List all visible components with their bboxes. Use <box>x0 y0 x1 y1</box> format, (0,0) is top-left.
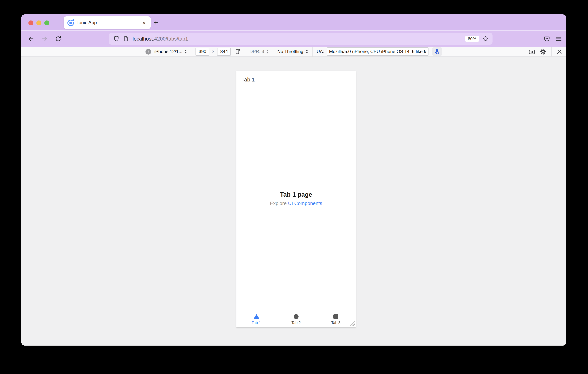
menu-hamburger-icon[interactable] <box>556 36 562 42</box>
tab-label: Tab 3 <box>331 321 341 325</box>
forward-button[interactable] <box>39 33 50 44</box>
dpr-selector[interactable]: DPR: 3 <box>245 47 273 56</box>
select-arrows-icon <box>185 50 187 53</box>
ion-header: Tab 1 <box>236 71 356 88</box>
back-button[interactable] <box>25 33 36 44</box>
tab-label: Tab 2 <box>292 321 301 325</box>
zoom-level-badge[interactable]: 80% <box>465 35 479 42</box>
select-arrows-icon <box>305 50 308 53</box>
square-icon <box>333 314 338 319</box>
rdm-content-area: Tab 1 Tab 1 page Explore UI Components T… <box>21 57 567 346</box>
minimize-window-button[interactable] <box>36 21 41 25</box>
rdm-close-icon[interactable] <box>556 49 562 54</box>
throttling-label: No Throttling <box>277 49 303 54</box>
reload-button[interactable] <box>52 33 64 44</box>
titlebar: Ionic App × + <box>21 14 567 30</box>
ion-toolbar-title: Tab 1 <box>241 76 255 83</box>
triangle-icon <box>253 314 259 319</box>
browser-tab-ionic-app[interactable]: Ionic App × <box>64 16 151 29</box>
url-path: :4200/tabs/tab1 <box>153 36 188 42</box>
tab-button-tab2[interactable]: Tab 2 <box>276 311 316 327</box>
user-agent-controls: UA: <box>312 47 446 56</box>
explore-text: Explore UI Components <box>236 200 356 206</box>
nav-right-icons <box>544 31 567 47</box>
rdm-settings-gear-icon[interactable] <box>540 49 546 55</box>
circle-icon <box>294 314 299 319</box>
url-text: localhost:4200/tabs/tab1 <box>133 36 465 42</box>
explore-prefix: Explore <box>270 200 288 206</box>
close-window-button[interactable] <box>28 21 33 25</box>
ionic-favicon-icon <box>67 20 74 26</box>
pocket-icon[interactable] <box>544 36 550 42</box>
device-selected-label: iPhone 12/1... <box>154 49 182 54</box>
ua-label: UA: <box>316 49 324 54</box>
ion-content: Tab 1 page Explore UI Components <box>236 88 356 311</box>
device-icon <box>146 49 151 54</box>
page-info-icon[interactable] <box>123 36 129 42</box>
ui-components-link[interactable]: UI Components <box>288 200 322 206</box>
url-bar[interactable]: localhost:4200/tabs/tab1 80% <box>109 32 493 45</box>
device-viewport: Tab 1 Tab 1 page Explore UI Components T… <box>236 71 356 327</box>
toolbar-separator <box>551 47 552 57</box>
screen: Ionic App × + localh <box>0 0 588 374</box>
new-tab-button[interactable]: + <box>151 17 161 28</box>
url-host: localhost <box>133 36 153 42</box>
viewport-width-input[interactable] <box>196 48 209 55</box>
rdm-toolbar: iPhone 12/1... × DPR: 3 No Throttling <box>21 47 567 57</box>
throttling-selector[interactable]: No Throttling <box>273 47 312 56</box>
touch-simulation-button[interactable] <box>432 47 442 56</box>
page-title: Tab 1 page <box>236 191 356 198</box>
dimension-times: × <box>212 49 215 54</box>
tab-label: Tab 1 <box>252 321 261 325</box>
shield-icon[interactable] <box>113 36 119 42</box>
zoom-window-button[interactable] <box>44 21 49 25</box>
user-agent-input[interactable] <box>327 47 428 56</box>
rotate-viewport-icon[interactable] <box>235 49 241 54</box>
rdm-right-controls <box>528 47 567 57</box>
tab-button-tab3[interactable]: Tab 3 <box>316 311 356 327</box>
viewport-size-controls: × <box>191 47 245 56</box>
dpr-label: DPR: 3 <box>250 49 264 54</box>
tab1-center-block: Tab 1 page Explore UI Components <box>236 191 356 206</box>
device-selector[interactable]: iPhone 12/1... <box>142 47 191 56</box>
screenshot-camera-icon[interactable] <box>528 49 535 55</box>
browser-window: Ionic App × + localh <box>21 14 567 346</box>
traffic-lights <box>28 21 49 25</box>
select-arrows-icon <box>266 50 269 53</box>
viewport-height-input[interactable] <box>217 48 231 55</box>
tab-close-icon[interactable]: × <box>141 19 147 26</box>
ion-tab-bar: Tab 1 Tab 2 Tab 3 <box>236 311 356 327</box>
navigation-toolbar: localhost:4200/tabs/tab1 80% <box>21 30 567 47</box>
tab-title: Ionic App <box>77 20 141 25</box>
bookmark-star-icon[interactable] <box>482 35 489 42</box>
tab-button-tab1[interactable]: Tab 1 <box>236 311 276 327</box>
